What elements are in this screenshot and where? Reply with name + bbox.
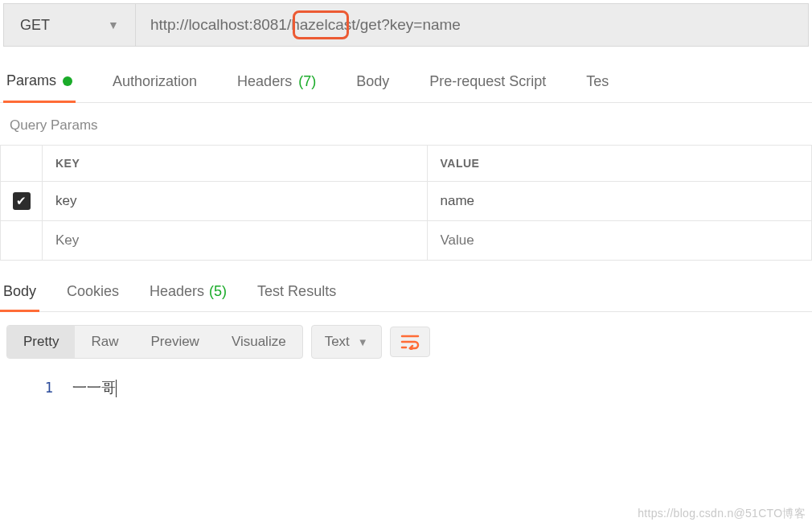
http-method-select[interactable]: GET ▼ [4, 4, 136, 46]
http-method-label: GET [20, 17, 50, 34]
tab-body[interactable]: Body [353, 72, 392, 102]
resp-tab-test-results[interactable]: Test Results [254, 283, 339, 311]
tab-label: Params [6, 72, 56, 89]
resp-tab-body[interactable]: Body [0, 283, 39, 312]
wrap-lines-button[interactable] [390, 327, 430, 357]
col-key: KEY [43, 146, 428, 182]
tab-authorization[interactable]: Authorization [109, 72, 200, 102]
resp-tab-headers[interactable]: Headers (5) [146, 283, 230, 311]
table-row: ✔ key name [1, 182, 812, 221]
param-key-cell[interactable]: key [43, 182, 428, 221]
response-text[interactable]: 一一哥 [72, 378, 117, 397]
tab-label: Headers [150, 283, 204, 302]
response-body-area: 1 一一哥 [0, 372, 812, 397]
format-label: Text [325, 334, 350, 350]
tab-label: Tes [586, 73, 609, 90]
param-value-cell[interactable]: name [427, 182, 812, 221]
resp-tab-cookies[interactable]: Cookies [64, 283, 122, 311]
mode-preview[interactable]: Preview [134, 326, 215, 358]
tab-label: Headers [237, 73, 292, 90]
tab-label: Authorization [113, 73, 197, 90]
mode-raw[interactable]: Raw [75, 326, 134, 358]
tab-label: Pre-request Script [429, 73, 546, 90]
format-select[interactable]: Text ▼ [311, 325, 382, 359]
tab-label: Test Results [257, 283, 336, 302]
table-row [1, 221, 812, 261]
row-checkbox[interactable]: ✔ [13, 192, 31, 210]
param-key-cell[interactable] [43, 221, 428, 261]
dot-indicator-icon [63, 76, 72, 86]
tab-label: Body [356, 73, 389, 90]
chevron-down-icon: ▼ [358, 336, 368, 348]
url-input[interactable]: http://localhost:8081/hazelcast/get?key=… [136, 4, 808, 46]
resp-headers-count: (5) [209, 283, 227, 302]
response-tabs: Body Cookies Headers (5) Test Results [0, 261, 812, 312]
tab-params[interactable]: Params [3, 72, 76, 103]
tab-tests[interactable]: Tes [583, 72, 612, 102]
tab-headers[interactable]: Headers (7) [234, 72, 319, 102]
param-key-input[interactable] [55, 232, 414, 249]
mode-pretty[interactable]: Pretty [7, 326, 75, 358]
param-key-text: key [55, 193, 76, 208]
response-toolbar: Pretty Raw Preview Visualize Text ▼ [0, 312, 812, 372]
param-value-text: name [441, 193, 475, 208]
text-cursor [116, 380, 117, 397]
param-value-cell[interactable] [427, 221, 812, 261]
wrap-lines-icon [400, 334, 420, 350]
param-value-input[interactable] [441, 232, 799, 249]
view-mode-group: Pretty Raw Preview Visualize [6, 325, 303, 359]
request-tabs: Params Authorization Headers (7) Body Pr… [0, 47, 812, 103]
line-number: 1 [0, 380, 72, 396]
request-bar: GET ▼ http://localhost:8081/hazelcast/ge… [3, 3, 809, 47]
headers-count: (7) [298, 73, 316, 90]
query-params-table: KEY VALUE ✔ key name [0, 145, 812, 261]
code-line: 1 一一哥 [0, 378, 812, 397]
tab-label: Cookies [67, 283, 119, 302]
mode-visualize[interactable]: Visualize [215, 326, 302, 358]
tab-label: Body [3, 283, 36, 300]
col-check [1, 146, 43, 182]
row-checkbox-empty[interactable] [1, 221, 43, 261]
url-text: http://localhost:8081/hazelcast/get?key=… [150, 16, 461, 34]
chevron-down-icon: ▼ [108, 18, 119, 31]
col-value: VALUE [427, 146, 812, 182]
query-params-title: Query Params [0, 103, 812, 145]
tab-prerequest[interactable]: Pre-request Script [426, 72, 549, 102]
watermark: https://blog.csdn.n@51CTO博客 [638, 507, 806, 521]
